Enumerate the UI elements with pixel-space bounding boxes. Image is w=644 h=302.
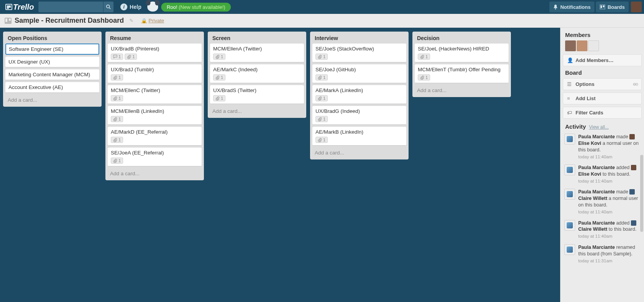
list-title[interactable]: Interview bbox=[312, 34, 406, 44]
card[interactable]: UX/BradB (Pinterest)11 bbox=[108, 44, 202, 62]
card[interactable]: SE/JoeJ (GitHub)1 bbox=[312, 64, 406, 83]
card[interactable]: AE/MarkA (LinkedIn)1 bbox=[312, 85, 406, 104]
card-title: MCM/EllenT (Tumblr) Offer Pending bbox=[418, 67, 506, 72]
view-all-link[interactable]: View all... bbox=[589, 124, 609, 130]
mini-avatar-icon bbox=[631, 220, 636, 226]
boards-label: Boards bbox=[607, 4, 625, 10]
activity-avatar[interactable] bbox=[564, 220, 575, 231]
card[interactable]: MCM/EllenB (LinkedIn)1 bbox=[108, 106, 202, 125]
notifications-label: Notifications bbox=[560, 4, 591, 10]
member-avatar[interactable] bbox=[588, 40, 599, 51]
roo-new: (New stuff available!) bbox=[179, 4, 225, 10]
card-title: SE/JoeA (EE_Referral) bbox=[111, 150, 199, 156]
activity-avatar[interactable] bbox=[564, 134, 575, 144]
card[interactable]: AE/MarkB (LinkedIn)1 bbox=[312, 127, 406, 146]
card-badges: 1 bbox=[111, 95, 199, 101]
activity-item: Paula Marciante added Claire Willett to … bbox=[561, 218, 644, 242]
scrollbar-thumb[interactable] bbox=[640, 155, 643, 232]
list-title[interactable]: Screen bbox=[210, 34, 304, 44]
private-toggle[interactable]: 🔒 Private bbox=[141, 18, 164, 23]
add-card-link[interactable]: Add a card... bbox=[5, 95, 99, 104]
card-badges: 1 bbox=[418, 74, 506, 81]
card[interactable]: SE/JoeS (StackOverflow)1 bbox=[312, 44, 406, 62]
member-avatar[interactable] bbox=[577, 40, 587, 51]
add-card-link[interactable]: Add a card... bbox=[415, 85, 509, 94]
attachment-badge: 1 bbox=[213, 74, 225, 81]
add-members-button[interactable]: 👤 Add Members… bbox=[563, 54, 642, 66]
card[interactable]: Account Executive (AE) bbox=[5, 82, 99, 93]
filter-icon: 🏷 bbox=[567, 110, 572, 116]
card[interactable]: MCM/EllenC (Twitter)1 bbox=[108, 85, 202, 104]
card[interactable]: MCM/EllenA (Twitter)1 bbox=[210, 44, 304, 62]
attachment-count: 1 bbox=[323, 117, 325, 121]
attachment-icon bbox=[318, 138, 322, 142]
list-title[interactable]: Resume bbox=[108, 34, 202, 44]
add-card-link[interactable]: Add a card... bbox=[210, 106, 304, 115]
card[interactable]: MCM/EllenT (Tumblr) Offer Pending1 bbox=[415, 64, 509, 83]
add-card-link[interactable]: Add a card... bbox=[108, 168, 202, 177]
card[interactable]: UX/BradS (Twitter)1 bbox=[210, 85, 304, 104]
board-canvas[interactable]: Open PositionsSoftware Engineer (SE)UX D… bbox=[0, 28, 560, 302]
pencil-icon[interactable]: ✎ bbox=[129, 18, 133, 23]
card-title: MCM/EllenC (Twitter) bbox=[111, 87, 199, 93]
attachment-icon bbox=[318, 96, 322, 101]
activity-item: Paula Marciante made Elise Kovi a normal… bbox=[561, 131, 644, 162]
card-title: Account Executive (AE) bbox=[8, 84, 96, 90]
attachment-count: 1 bbox=[221, 54, 223, 59]
list: ResumeUX/BradB (Pinterest)11UX/BradJ (Tu… bbox=[105, 32, 204, 180]
activity-time: today at 11:31am bbox=[578, 258, 640, 264]
card-badges: 1 bbox=[315, 74, 403, 81]
search-icon bbox=[106, 4, 111, 10]
chevron-icon: ⊖⊙ bbox=[633, 82, 637, 86]
card[interactable]: Software Engineer (SE) bbox=[5, 44, 99, 55]
attachment-badge: 1 bbox=[111, 116, 123, 122]
attachment-badge: 1 bbox=[111, 74, 123, 81]
search-input[interactable] bbox=[38, 2, 103, 12]
board-title[interactable]: Sample - Recruitment Dashboard bbox=[15, 17, 124, 25]
boards-button[interactable]: Boards bbox=[596, 2, 629, 12]
card-title: Marketing Content Manager (MCM) bbox=[8, 72, 96, 77]
activity-time: today at 11:40am bbox=[578, 178, 640, 185]
members-heading: Members bbox=[561, 31, 644, 40]
card[interactable]: SE/JoeL (HackerNews) HIRED1 bbox=[415, 44, 509, 62]
lock-icon: 🔒 bbox=[141, 18, 147, 23]
add-list-button[interactable]: ≡ Add List bbox=[563, 92, 642, 104]
attachment-badge: 1 bbox=[315, 95, 328, 101]
card-badges: 1 bbox=[111, 74, 199, 81]
list-title[interactable]: Decision bbox=[415, 34, 509, 44]
activity-avatar[interactable] bbox=[564, 244, 575, 255]
card-badges: 1 bbox=[111, 116, 199, 122]
notifications-button[interactable]: Notifications bbox=[549, 2, 594, 12]
filter-cards-button[interactable]: 🏷 Filter Cards bbox=[563, 107, 642, 119]
card[interactable]: UX Designer (UX) bbox=[5, 57, 99, 67]
activity-text: Paula Marciante made Elise Kovi a normal… bbox=[578, 134, 640, 160]
card[interactable]: AE/MarkC (Indeed)1 bbox=[210, 64, 304, 83]
attachment-count: 1 bbox=[323, 54, 325, 59]
activity-avatar[interactable] bbox=[564, 189, 575, 200]
card[interactable]: SE/JoeA (EE_Referral)1 bbox=[108, 148, 202, 166]
list-title[interactable]: Open Positions bbox=[5, 34, 99, 44]
activity-avatar[interactable] bbox=[564, 164, 575, 175]
search-button[interactable] bbox=[103, 2, 113, 12]
comment-icon bbox=[113, 55, 117, 59]
member-avatar[interactable] bbox=[565, 40, 576, 51]
list: ScreenMCM/EllenA (Twitter)1AE/MarkC (Ind… bbox=[208, 32, 306, 118]
members-row bbox=[561, 40, 644, 54]
trello-logo-icon bbox=[5, 4, 12, 10]
card[interactable]: UX/BradJ (Tumblr)1 bbox=[108, 64, 202, 83]
add-card-link[interactable]: Add a card... bbox=[312, 148, 406, 156]
options-button[interactable]: ☰ Options ⊖⊙ bbox=[563, 78, 642, 90]
husky-mascot-icon[interactable] bbox=[145, 0, 160, 14]
card[interactable]: Marketing Content Manager (MCM) bbox=[5, 69, 99, 80]
help-link[interactable]: i Help bbox=[120, 3, 141, 10]
roo-announce[interactable]: Roo! (New stuff available!) bbox=[161, 3, 230, 12]
card[interactable]: AE/MarkD (EE_Referral)1 bbox=[108, 127, 202, 146]
user-avatar[interactable] bbox=[631, 2, 642, 12]
attachment-badge: 1 bbox=[213, 54, 225, 60]
card-title: UX/BradG (Indeed) bbox=[315, 108, 403, 114]
attachment-badge: 1 bbox=[111, 95, 123, 101]
board-header: Sample - Recruitment Dashboard ✎ 🔒 Priva… bbox=[0, 14, 644, 28]
card-badges: 1 bbox=[418, 54, 506, 60]
logo[interactable]: Trello bbox=[2, 3, 37, 12]
card[interactable]: UX/BradG (Indeed)1 bbox=[312, 106, 406, 125]
